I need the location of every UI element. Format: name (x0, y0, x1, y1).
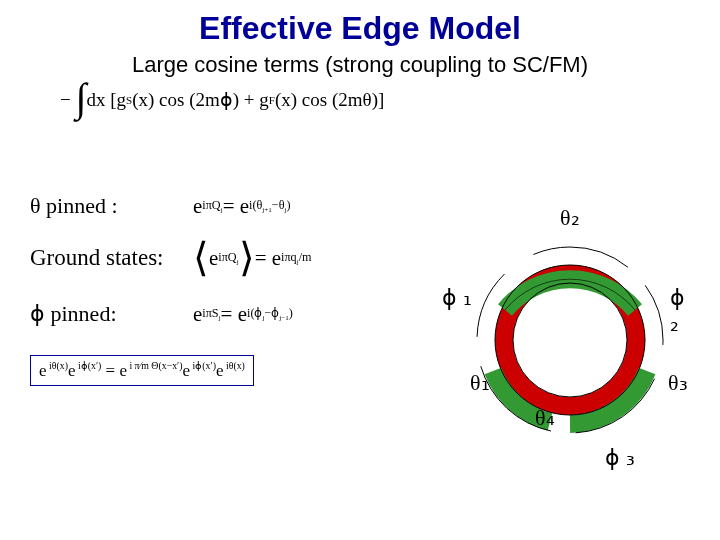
label-theta2: θ₂ (560, 205, 580, 231)
boxed-row: e iθ(x)e iϕ(x′) = e i π⁄m Θ(x−x′)e iϕ(x′… (30, 355, 460, 386)
eq-theta: e iπQj = e i(θj+1−θj) (193, 194, 291, 219)
eq-hamiltonian: − ∫ dx [gS (x) cos (2mϕ) + gF (x) cos (2… (60, 88, 384, 111)
ring-svg (450, 210, 690, 450)
ground-row: Ground states: ⟨e iπQj⟩ = e iπqj/m (30, 245, 460, 271)
label-theta4: θ₄ (535, 405, 555, 431)
label-theta-pinned: θ pinned : (30, 193, 193, 219)
label-theta3: θ₃ (668, 370, 688, 396)
label-phi1: ϕ ₁ (442, 285, 472, 311)
subtitle: Large cosine terms (strong coupling to S… (30, 52, 690, 78)
eq-boxed: e iθ(x)e iϕ(x′) = e i π⁄m Θ(x−x′)e iϕ(x′… (30, 355, 254, 386)
ring-diagram: θ₂ ϕ ₁ ϕ ₂ θ₁ θ₃ θ₄ ϕ ₃ (450, 210, 690, 490)
page-title: Effective Edge Model (30, 10, 690, 47)
eq-ground: ⟨e iπQj⟩ = e iπqj/m (193, 246, 312, 271)
svg-point-2 (513, 283, 627, 397)
label-phi3: ϕ ₃ (605, 445, 635, 471)
label-theta1: θ₁ (470, 370, 490, 396)
hamiltonian-row: − ∫ dx [gS (x) cos (2mϕ) + gF (x) cos (2… (30, 88, 690, 111)
label-ground: Ground states: (30, 245, 193, 271)
label-phi-pinned: ϕ pinned: (30, 301, 193, 327)
phi-row: ϕ pinned: e iπSj = e i(ϕj−ϕj−1) (30, 301, 460, 327)
theta-row: θ pinned : e iπQj = e i(θj+1−θj) (30, 193, 460, 219)
eq-phi: e iπSj = e i(ϕj−ϕj−1) (193, 302, 293, 327)
label-phi2: ϕ ₂ (670, 285, 690, 337)
